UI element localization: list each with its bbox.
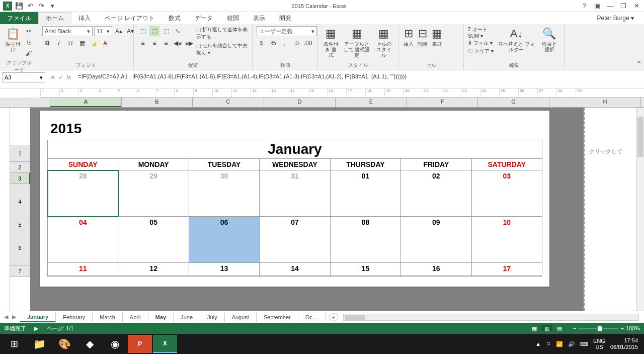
zoom-in-icon[interactable]: + — [620, 325, 623, 331]
col-header-e[interactable]: E — [336, 98, 407, 107]
col-header-c[interactable]: C — [193, 98, 264, 107]
day-cell-highlighted[interactable]: 06 — [189, 217, 260, 263]
increase-decimal-icon[interactable]: .0 — [291, 38, 301, 48]
increase-indent-icon[interactable]: ≡▶ — [184, 38, 194, 48]
align-middle-icon[interactable]: ⬚ — [149, 26, 159, 36]
tab-review[interactable]: 校閲 — [220, 12, 246, 24]
name-box[interactable]: A3▾ — [2, 72, 45, 82]
currency-icon[interactable]: $ — [257, 38, 267, 48]
day-cell[interactable]: 11 — [48, 263, 118, 276]
page-break-view-icon[interactable]: ▤ — [554, 325, 565, 331]
taskbar-excel-icon[interactable]: X — [153, 335, 177, 353]
insert-cells-button[interactable]: ⊞挿入 — [403, 26, 415, 48]
cancel-formula-icon[interactable]: ✕ — [50, 74, 55, 81]
number-format-select[interactable]: ユーザー定義▾ — [257, 26, 317, 36]
side-pane[interactable]: クリックして — [584, 108, 644, 311]
tab-formulas[interactable]: 数式 — [162, 12, 188, 24]
row-header-3[interactable]: 3 — [10, 173, 30, 184]
tray-language[interactable]: ENGUS — [593, 338, 605, 350]
row-header-1[interactable]: 1 — [10, 145, 30, 162]
taskbar-gimp-icon[interactable]: 🎨 — [52, 335, 76, 353]
day-cell[interactable]: 13 — [189, 263, 260, 276]
sheet-tab-february[interactable]: February — [56, 313, 93, 322]
fill-color-icon[interactable]: ◢ — [89, 38, 99, 48]
row-header-5[interactable]: 5 — [10, 219, 30, 230]
sheet-tab-may[interactable]: May — [148, 313, 174, 322]
day-cell[interactable]: 15 — [331, 263, 401, 276]
align-top-icon[interactable]: ⬚ — [138, 26, 148, 36]
vertical-scrollbar[interactable] — [636, 108, 644, 311]
row-header-6[interactable]: 6 — [10, 230, 30, 265]
taskbar-inkscape-icon[interactable]: ◆ — [77, 335, 102, 353]
increase-font-icon[interactable]: A▴ — [114, 26, 124, 36]
formula-input[interactable]: =IF(Days!C2=A2,A1 , IF(G3=A1,(A1-6),IF(F… — [76, 72, 644, 82]
col-header-h[interactable]: H — [570, 98, 641, 107]
cell-style-button[interactable]: ▦セルの スタイル — [374, 26, 394, 59]
sheet-tab-september[interactable]: September — [257, 313, 298, 322]
row-header-7[interactable]: 7 — [10, 265, 30, 277]
format-cells-button[interactable]: ▦書式 — [431, 26, 443, 48]
conditional-format-button[interactable]: ▦条件付き 書式 — [322, 26, 340, 59]
font-name-select[interactable]: Arial Black▾ — [42, 26, 93, 36]
tray-up-icon[interactable]: ▲ — [535, 341, 541, 347]
format-painter-icon[interactable]: 🖌 — [24, 48, 34, 58]
delete-cells-button[interactable]: ⊟削除 — [417, 26, 429, 48]
tray-clock[interactable]: 17:5406/01/2015 — [610, 337, 638, 350]
merge-center-button[interactable]: ⬚ セルを結合して中央揃え ▾ — [196, 42, 248, 56]
comma-icon[interactable]: , — [280, 38, 290, 48]
redo-icon[interactable]: ↷ — [37, 2, 45, 10]
sheet-tab-july[interactable]: July — [200, 313, 225, 322]
help-icon[interactable]: ? — [579, 2, 590, 10]
day-cell[interactable]: 14 — [260, 263, 330, 276]
sheet-tab-august[interactable]: August — [225, 313, 257, 322]
tray-volume-icon[interactable]: 🔊 — [568, 341, 575, 347]
decrease-indent-icon[interactable]: ◀≡ — [173, 38, 183, 48]
col-header-b[interactable]: B — [122, 98, 193, 107]
undo-icon[interactable]: ↶ — [26, 2, 34, 10]
border-icon[interactable]: ▦ — [77, 38, 87, 48]
ribbon-options-icon[interactable]: ▣ — [592, 2, 603, 10]
day-cell[interactable]: 31 — [260, 170, 330, 217]
font-color-icon[interactable]: A — [100, 38, 110, 48]
sort-filter-button[interactable]: A↓並べ替えと フィルター — [497, 26, 537, 53]
tab-home[interactable]: ホーム — [38, 12, 71, 24]
autosum-button[interactable]: Σ オート SUM ▾ — [468, 26, 495, 39]
user-name[interactable]: Peter Burge ▾ — [597, 15, 644, 22]
day-cell[interactable]: 10 — [472, 217, 542, 263]
cell-a3[interactable]: 28 — [48, 170, 118, 217]
cut-icon[interactable]: ✂ — [24, 26, 34, 36]
decrease-decimal-icon[interactable]: .00 — [303, 38, 313, 48]
day-cell[interactable]: 07 — [260, 217, 330, 263]
col-header-f[interactable]: F — [407, 98, 478, 107]
collapse-ribbon-icon[interactable]: ⌃ — [634, 60, 644, 70]
font-size-select[interactable]: 11▾ — [94, 26, 112, 36]
table-format-button[interactable]: ▦テーブルとして 書式設定 — [342, 26, 372, 59]
taskbar-explorer-icon[interactable]: 📁 — [27, 335, 51, 353]
align-center-icon[interactable]: ≡ — [149, 38, 159, 48]
day-cell[interactable]: 29 — [118, 170, 189, 217]
bold-button[interactable]: B — [42, 38, 52, 48]
close-icon[interactable]: ✕ — [631, 2, 642, 10]
day-cell[interactable]: 02 — [401, 170, 471, 217]
wrap-text-button[interactable]: ⬚ 折り返して全体を表示する — [196, 26, 248, 40]
fx-icon[interactable]: fx — [66, 74, 71, 81]
day-cell[interactable]: 04 — [48, 217, 118, 263]
taskbar-powerpoint-icon[interactable]: P — [128, 335, 152, 353]
save-icon[interactable]: 💾 — [15, 2, 23, 10]
row-header-2[interactable]: 2 — [10, 162, 30, 173]
tray-action-center-icon[interactable]: ⚐ — [546, 341, 551, 347]
day-cell[interactable]: 16 — [401, 263, 471, 276]
col-header-g[interactable]: G — [478, 98, 549, 107]
sheet-tab-january[interactable]: January — [20, 312, 56, 322]
minimize-icon[interactable]: — — [605, 2, 616, 10]
sheet-tab-october[interactable]: Oc ... — [298, 313, 326, 322]
day-cell[interactable]: 08 — [331, 217, 401, 263]
col-header-d[interactable]: D — [264, 98, 336, 107]
normal-view-icon[interactable]: ▦ — [529, 325, 540, 331]
zoom-slider[interactable] — [578, 328, 618, 329]
enter-formula-icon[interactable]: ✓ — [58, 74, 63, 81]
sheet-tab-march[interactable]: March — [93, 313, 123, 322]
row-header-4[interactable]: 4 — [10, 184, 30, 219]
tab-data[interactable]: データ — [188, 12, 220, 24]
tray-keyboard-icon[interactable]: ⌨ — [580, 341, 588, 347]
